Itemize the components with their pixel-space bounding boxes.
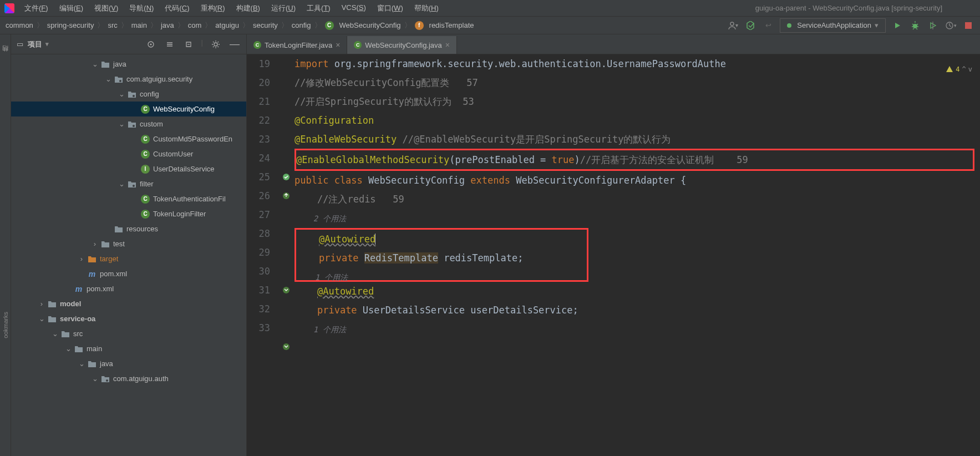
tree-item-pom-xml[interactable]: pom.xml — [11, 281, 246, 296]
tree-chevron[interactable]: ⌄ — [51, 330, 59, 338]
select-file-icon[interactable] — [145, 38, 157, 50]
run-config-label: ServiceAuthApplication — [797, 21, 871, 29]
menu-窗口[interactable]: 窗口(W) — [374, 2, 407, 14]
tree-chevron[interactable]: ⌄ — [64, 344, 72, 353]
menu-工具[interactable]: 工具(T) — [303, 2, 334, 14]
class-icon — [141, 195, 150, 204]
breadcrumb-separator: 〉 — [121, 21, 128, 31]
tree-item-model[interactable]: ›model — [11, 296, 246, 311]
editor-tab-TokenLoginFilter.java[interactable]: CTokenLoginFilter.java× — [247, 36, 347, 54]
tree-chevron[interactable]: ⌄ — [118, 180, 125, 188]
tree-item-WebSecurityConfig[interactable]: WebSecurityConfig — [11, 102, 246, 116]
profile-button[interactable]: ▾ — [945, 19, 957, 32]
editor-tab-WebSecurityConfig.java[interactable]: CWebSecurityConfig.java× — [347, 36, 457, 54]
folder-icon — [48, 315, 57, 323]
crumb-atguigu[interactable]: atguigu — [215, 21, 239, 29]
menu-编辑[interactable]: 编辑(E) — [56, 2, 87, 14]
crumb-field[interactable]: fredisTemplate — [415, 21, 474, 30]
line-number-gutter: 192021222324252627282930313233 — [247, 54, 278, 456]
tree-chevron[interactable]: ⌄ — [104, 75, 112, 83]
tree-chevron[interactable]: ⌄ — [91, 60, 99, 68]
build-icon[interactable] — [744, 19, 756, 32]
window-icon: ▭ — [17, 40, 23, 48]
tree-item-CustomMd5PasswordEn[interactable]: CustomMd5PasswordEn — [11, 131, 246, 146]
close-icon[interactable]: × — [445, 40, 450, 49]
tree-label: custom — [140, 120, 163, 128]
left-tool-rail: 结构 ookmarks — [0, 34, 11, 456]
tree-item-target[interactable]: ›target — [11, 251, 246, 266]
crumb-com[interactable]: com — [188, 21, 202, 29]
crumb-src[interactable]: src — [108, 21, 117, 29]
crumb-spring-security[interactable]: spring-security — [47, 21, 94, 29]
debug-button[interactable] — [909, 19, 921, 32]
tree-item-UserDetailsService[interactable]: UserDetailsService — [11, 161, 246, 176]
main-menu: 文件(F)编辑(E)视图(V)导航(N)代码(C)重构(R)构建(B)运行(U)… — [21, 2, 442, 14]
tree-item-TokenLoginFilter[interactable]: TokenLoginFilter — [11, 206, 246, 221]
tree-label: model — [60, 300, 81, 308]
back-icon[interactable]: ↩ — [762, 19, 774, 32]
tree-item-com-atguigu-auth[interactable]: ⌄com.atguigu.auth — [11, 371, 246, 386]
menu-构建[interactable]: 构建(B) — [233, 2, 263, 14]
run-configuration-selector[interactable]: ServiceAuthApplication ▾ — [780, 18, 886, 33]
tree-item-config[interactable]: ⌄config — [11, 87, 246, 102]
crumb-common[interactable]: common — [6, 21, 33, 29]
tree-item-resources[interactable]: resources — [11, 221, 246, 236]
tree-item-test[interactable]: ›test — [11, 236, 246, 251]
editor-area: CTokenLoginFilter.java×CWebSecurityConfi… — [247, 34, 980, 456]
tree-item-main[interactable]: ⌄main — [11, 341, 246, 356]
menu-VCS[interactable]: VCS(S) — [338, 2, 369, 14]
tree-chevron[interactable]: › — [38, 300, 45, 308]
menu-帮助[interactable]: 帮助(H) — [411, 2, 442, 14]
tree-item-com-atguigu-security[interactable]: ⌄com.atguigu.security — [11, 72, 246, 87]
menu-视图[interactable]: 视图(V) — [91, 2, 121, 14]
tree-item-TokenAuthenticationFil[interactable]: TokenAuthenticationFil — [11, 191, 246, 206]
tree-chevron[interactable]: ⌄ — [118, 120, 125, 128]
tree-label: service-oa — [60, 315, 95, 323]
tree-chevron[interactable]: › — [78, 255, 85, 263]
expand-all-icon[interactable] — [164, 38, 176, 50]
crumb-main[interactable]: main — [131, 21, 147, 29]
tree-chevron[interactable]: ⌄ — [78, 359, 85, 368]
crumb-security[interactable]: security — [253, 21, 278, 29]
interface-icon — [141, 165, 150, 174]
problems-indicator[interactable]: 4 ^v — [946, 60, 972, 79]
gear-icon[interactable] — [210, 38, 222, 50]
user-icon[interactable]: ▾ — [727, 19, 739, 32]
svg-point-7 — [133, 95, 135, 97]
breadcrumb[interactable]: common〉spring-security〉src〉main〉java〉com… — [6, 21, 474, 31]
coverage-button[interactable] — [927, 19, 939, 32]
collapse-all-icon[interactable] — [182, 38, 195, 50]
tree-item-filter[interactable]: ⌄filter — [11, 176, 246, 191]
tree-item-java[interactable]: ⌄java — [11, 356, 246, 371]
tree-chevron[interactable]: ⌄ — [91, 374, 99, 383]
crumb-java[interactable]: java — [161, 21, 174, 29]
maven-icon — [74, 285, 83, 293]
project-tree[interactable]: ⌄java⌄com.atguigu.security⌄configWebSecu… — [11, 54, 246, 456]
editor-body[interactable]: 4 ^v 192021222324252627282930313233 impo… — [247, 54, 980, 456]
panel-title[interactable]: 项目 ▾ — [28, 39, 49, 49]
stop-button[interactable] — [962, 19, 974, 32]
menu-重构[interactable]: 重构(R) — [197, 2, 229, 14]
tree-item-CustomUser[interactable]: CustomUser — [11, 146, 246, 161]
menu-导航[interactable]: 导航(N) — [126, 2, 157, 14]
close-icon[interactable]: × — [336, 40, 340, 49]
tree-item-custom[interactable]: ⌄custom — [11, 116, 246, 131]
crumb-config[interactable]: config — [292, 21, 311, 29]
run-button[interactable] — [891, 19, 903, 32]
code-content[interactable]: import org.springframework.security.web.… — [294, 54, 980, 456]
tree-item-src[interactable]: ⌄src — [11, 326, 246, 341]
menu-代码[interactable]: 代码(C) — [161, 2, 192, 14]
tree-chevron[interactable]: › — [91, 240, 99, 248]
tree-chevron[interactable]: ⌄ — [118, 90, 125, 98]
hide-icon[interactable]: — — [229, 38, 241, 50]
tree-label: src — [73, 330, 83, 338]
tree-chevron[interactable]: ⌄ — [38, 315, 45, 323]
tree-item-pom-xml[interactable]: pom.xml — [11, 266, 246, 281]
bookmarks-tool-label[interactable]: ookmarks — [2, 312, 9, 338]
crumb-class[interactable]: WebSecurityConfig — [325, 21, 401, 30]
tree-item-java[interactable]: ⌄java — [11, 57, 246, 72]
menu-运行[interactable]: 运行(U) — [268, 2, 299, 14]
package-icon — [101, 374, 110, 383]
tree-item-service-oa[interactable]: ⌄service-oa — [11, 311, 246, 326]
menu-文件[interactable]: 文件(F) — [21, 2, 52, 14]
